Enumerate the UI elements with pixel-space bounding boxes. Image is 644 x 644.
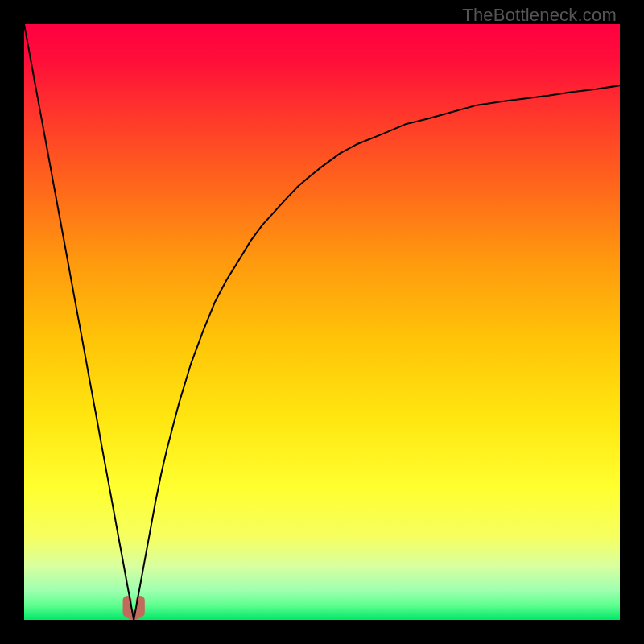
optimum-bump xyxy=(127,601,140,615)
chart-frame: TheBottleneck.com xyxy=(0,0,644,644)
curve-layer xyxy=(24,24,620,620)
watermark-text: TheBottleneck.com xyxy=(462,5,617,26)
plot-area xyxy=(24,24,620,620)
bottleneck-curve xyxy=(24,24,620,620)
